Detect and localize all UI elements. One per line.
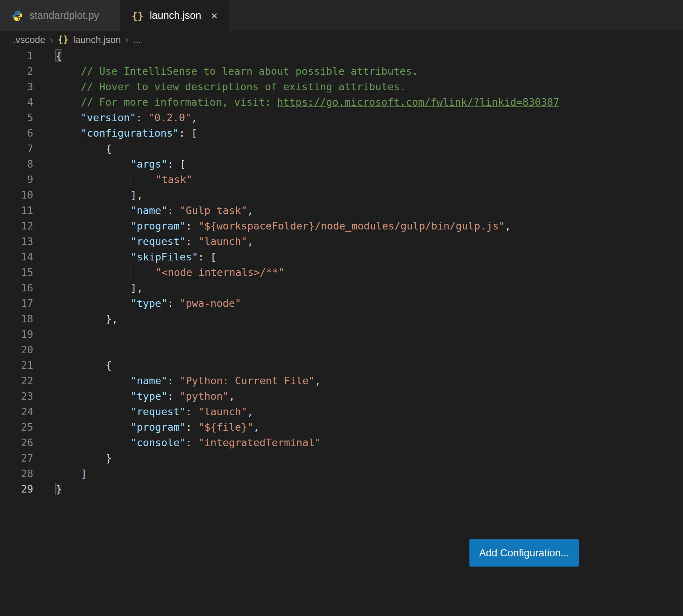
code-line[interactable]: 24"request": "launch",: [0, 404, 683, 419]
indent-guide: [106, 388, 131, 404]
tab-label: standardplot.py: [29, 10, 99, 22]
line-number[interactable]: 21: [0, 357, 38, 373]
line-number[interactable]: 22: [0, 373, 38, 388]
code-line[interactable]: 21{: [0, 357, 683, 373]
code-token: "pwa-node": [180, 297, 241, 309]
line-number[interactable]: 25: [0, 419, 38, 435]
code-token: }: [106, 452, 112, 464]
python-icon: [11, 10, 23, 22]
line-number[interactable]: 27: [0, 450, 38, 466]
line-number[interactable]: 24: [0, 404, 38, 419]
code-content: }: [38, 481, 62, 497]
line-number[interactable]: 7: [0, 141, 38, 156]
code-line[interactable]: 7{: [0, 141, 683, 156]
json-icon: {}: [58, 34, 69, 45]
code-content: "type": "pwa-node": [38, 296, 241, 311]
code-line[interactable]: 11"name": "Gulp task",: [0, 203, 683, 218]
line-number[interactable]: 15: [0, 265, 38, 280]
line-number[interactable]: 10: [0, 187, 38, 203]
code-line[interactable]: 28]: [0, 466, 683, 481]
code-content: {: [38, 141, 112, 156]
code-line[interactable]: 27}: [0, 450, 683, 466]
code-line[interactable]: 3// Hover to view descriptions of existi…: [0, 79, 683, 94]
code-token: "name": [131, 375, 168, 387]
code-line[interactable]: 23"type": "python",: [0, 388, 683, 404]
breadcrumb-item-symbols[interactable]: ...: [133, 34, 141, 45]
line-number[interactable]: 12: [0, 218, 38, 234]
indent-guide: [56, 63, 81, 79]
line-number[interactable]: 18: [0, 311, 38, 326]
code-line[interactable]: 8"args": [: [0, 156, 683, 172]
indent-guide: [81, 296, 106, 311]
line-number[interactable]: 9: [0, 172, 38, 187]
tab-standardplot-py[interactable]: standardplot.py: [0, 0, 120, 31]
code-token: :: [186, 236, 198, 247]
code-token: "request": [131, 236, 186, 247]
indent-guide: [56, 110, 81, 125]
code-line[interactable]: 20: [0, 342, 683, 357]
line-number[interactable]: 13: [0, 234, 38, 249]
breadcrumb-item-launch-json[interactable]: launch.json: [73, 34, 121, 45]
indent-guide: [56, 296, 81, 311]
code-line[interactable]: 15"<node_internals>/**": [0, 265, 683, 280]
code-line[interactable]: 13"request": "launch",: [0, 234, 683, 249]
line-number[interactable]: 6: [0, 125, 38, 141]
code-line[interactable]: 26"console": "integratedTerminal": [0, 435, 683, 450]
line-number[interactable]: 4: [0, 94, 38, 110]
close-icon[interactable]: ×: [211, 10, 218, 22]
line-number[interactable]: 11: [0, 203, 38, 218]
indent-guide: [81, 141, 106, 156]
code-line[interactable]: 12"program": "${workspaceFolder}/node_mo…: [0, 218, 683, 234]
indent-guide: [81, 156, 106, 172]
code-line[interactable]: 22"name": "Python: Current File",: [0, 373, 683, 388]
code-token: // For more information, visit:: [81, 96, 277, 108]
line-number[interactable]: 29: [0, 481, 38, 497]
tab-launch-json[interactable]: {} launch.json ×: [120, 0, 229, 31]
line-number[interactable]: 16: [0, 280, 38, 296]
code-content: "<node_internals>/**": [38, 265, 284, 280]
add-configuration-button[interactable]: Add Configuration...: [469, 539, 579, 567]
code-token: :: [168, 375, 180, 387]
breadcrumb-item-vscode[interactable]: .vscode: [13, 34, 45, 45]
indent-guide: [56, 79, 81, 94]
code-content: // Hover to view descriptions of existin…: [38, 79, 406, 94]
indent-guide: [56, 404, 81, 419]
code-token: :: [168, 205, 180, 216]
indent-guide: [56, 141, 81, 156]
line-number[interactable]: 20: [0, 342, 38, 357]
code-line[interactable]: 19: [0, 326, 683, 342]
comment-link[interactable]: https://go.microsoft.com/fwlink/?linkid=…: [277, 96, 559, 108]
code-line[interactable]: 4// For more information, visit: https:/…: [0, 94, 683, 110]
code-line[interactable]: 10],: [0, 187, 683, 203]
editor: 1{2// Use IntelliSense to learn about po…: [0, 48, 683, 616]
indent-guide: [131, 265, 155, 280]
code-token: :: [186, 406, 198, 417]
code-line[interactable]: 17"type": "pwa-node": [0, 296, 683, 311]
code-line[interactable]: 6"configurations": [: [0, 125, 683, 141]
line-number[interactable]: 5: [0, 110, 38, 125]
line-number[interactable]: 3: [0, 79, 38, 94]
line-number[interactable]: 19: [0, 326, 38, 342]
code-line[interactable]: 25"program": "${file}",: [0, 419, 683, 435]
indent-guide: [81, 342, 106, 357]
code-line[interactable]: 14"skipFiles": [: [0, 249, 683, 265]
line-number[interactable]: 14: [0, 249, 38, 265]
code-line[interactable]: 18},: [0, 311, 683, 326]
line-number[interactable]: 8: [0, 156, 38, 172]
code-line[interactable]: 16],: [0, 280, 683, 296]
code-line[interactable]: 2// Use IntelliSense to learn about poss…: [0, 63, 683, 79]
line-number[interactable]: 1: [0, 48, 38, 63]
indent-guide: [56, 419, 81, 435]
line-number[interactable]: 2: [0, 63, 38, 79]
indent-guide: [81, 172, 106, 187]
code-token: "${file}": [198, 421, 253, 433]
line-number[interactable]: 17: [0, 296, 38, 311]
line-number[interactable]: 26: [0, 435, 38, 450]
code-token: :: [168, 390, 180, 402]
code-line[interactable]: 9"task": [0, 172, 683, 187]
code-line[interactable]: 5"version": "0.2.0",: [0, 110, 683, 125]
line-number[interactable]: 28: [0, 466, 38, 481]
line-number[interactable]: 23: [0, 388, 38, 404]
code-line[interactable]: 1{: [0, 48, 683, 63]
code-line[interactable]: 29}: [0, 481, 683, 497]
